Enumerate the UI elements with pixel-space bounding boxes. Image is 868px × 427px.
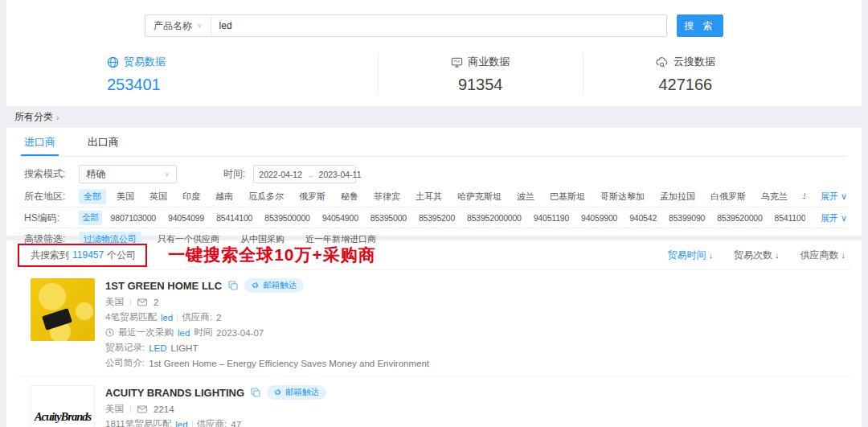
- tab-importers[interactable]: 进口商: [24, 128, 55, 156]
- region-chip[interactable]: 乌兹别克斯坦: [798, 189, 805, 204]
- region-chip[interactable]: 白俄罗斯: [706, 189, 751, 204]
- search-input[interactable]: [211, 15, 666, 36]
- stat-value: 253401: [107, 76, 378, 94]
- trade-match-count: 4笔贸易匹配: [105, 311, 157, 323]
- hs-code-chip[interactable]: 94059900: [578, 211, 620, 224]
- copy-icon[interactable]: [228, 281, 238, 290]
- search-panel: 产品名称 ∨ 搜 索 贸易数据 253401 商业数据 91354: [6, 0, 862, 106]
- hs-code-chip[interactable]: 85399090: [665, 211, 708, 224]
- sort-option[interactable]: 贸易次数↓: [734, 248, 780, 262]
- region-chip[interactable]: 土耳其: [411, 189, 447, 204]
- last-purchase-label: 最近一次采购: [118, 326, 174, 339]
- region-chip[interactable]: 乌克兰: [756, 189, 792, 204]
- region-chip[interactable]: 越南: [211, 189, 238, 204]
- supplier-label: 供应商:: [197, 418, 227, 427]
- hs-code-chip[interactable]: 85411000: [772, 211, 805, 224]
- hs-code-chip[interactable]: 94054099: [165, 211, 207, 224]
- hs-code-label: HS编码:: [24, 211, 79, 225]
- email-count: 2214: [154, 404, 174, 414]
- date-to: 2023-04-11: [319, 170, 362, 179]
- search-mode-label: 搜索模式:: [24, 167, 79, 181]
- company-name-link[interactable]: ACUITY BRANDS LIGHTING: [105, 387, 244, 399]
- region-chip[interactable]: 俄罗斯: [294, 189, 330, 204]
- hs-code-chip-list: 全部98071030009405409985414100853950000094…: [79, 211, 805, 225]
- hs-code-chip[interactable]: 94051190: [530, 211, 572, 224]
- region-chip[interactable]: 英国: [145, 189, 172, 204]
- mail-icon: [137, 405, 147, 413]
- mail-icon: [137, 298, 147, 306]
- company-profile-text: 1st Green Home – Energy Efficiency Saves…: [149, 359, 429, 368]
- company-name-link[interactable]: 1ST GREEN HOME LLC: [105, 280, 222, 292]
- region-chip[interactable]: 全部: [79, 189, 106, 204]
- sort-active[interactable]: 贸易时间↓: [668, 248, 714, 262]
- stat-trade-data[interactable]: 贸易数据 253401: [80, 53, 378, 94]
- results-count: 119457: [72, 249, 104, 261]
- hs-code-chip[interactable]: 85395000: [367, 211, 410, 224]
- hs-code-chip[interactable]: 94054900: [319, 211, 362, 224]
- stat-cloud-search-data[interactable]: 云搜数据 427166: [583, 53, 788, 94]
- search-category-dropdown[interactable]: 产品名称 ∨: [145, 15, 211, 36]
- clock-icon: [105, 328, 114, 337]
- trade-match-keyword: led: [175, 420, 187, 427]
- hs-code-chip[interactable]: 85414100: [213, 211, 256, 224]
- search-button[interactable]: 搜 索: [677, 14, 723, 37]
- filter-panel: 进口商 出口商 搜索模式: 精确 ∨ 时间: 2022-04-12 → 2023…: [6, 128, 862, 236]
- breadcrumb[interactable]: 所有分类 ›: [0, 106, 868, 128]
- globe-icon: [107, 56, 119, 68]
- region-chip[interactable]: 菲律宾: [369, 189, 405, 204]
- company-thumbnail[interactable]: AcuityBrands: [31, 385, 95, 427]
- hs-code-chip[interactable]: 940542: [626, 211, 660, 224]
- breadcrumb-arrow-icon: ›: [56, 113, 59, 122]
- chevron-down-icon: ∨: [164, 171, 170, 178]
- divider: [192, 421, 193, 427]
- region-expand-link[interactable]: 展开 ∨: [821, 191, 847, 203]
- stat-business-data[interactable]: 商业数据 91354: [378, 53, 583, 94]
- search-mode-select[interactable]: 精确 ∨: [79, 165, 177, 183]
- megaphone-icon: [252, 281, 260, 289]
- date-arrow-icon: →: [306, 170, 315, 179]
- last-purchase-time-label: 时间: [194, 326, 212, 339]
- region-chip[interactable]: 印度: [178, 189, 205, 204]
- sort-option[interactable]: 供应商数↓: [800, 248, 846, 262]
- breadcrumb-label: 所有分类: [14, 110, 53, 124]
- hs-code-chip[interactable]: 9807103000: [108, 211, 159, 224]
- region-chip[interactable]: 美国: [112, 189, 139, 204]
- date-range-picker[interactable]: 2022-04-12 → 2023-04-11: [253, 165, 356, 183]
- company-thumbnail[interactable]: [31, 278, 95, 341]
- tab-exporters[interactable]: 出口商: [88, 128, 119, 156]
- hs-code-chip[interactable]: 8539520000: [714, 211, 765, 224]
- hs-code-chip[interactable]: 85395200: [416, 211, 458, 224]
- divider: [130, 405, 131, 413]
- copy-icon[interactable]: [251, 388, 260, 397]
- hs-code-chip[interactable]: 全部: [79, 211, 102, 225]
- region-chip[interactable]: 哥斯达黎加: [596, 189, 649, 204]
- divider: [130, 298, 131, 306]
- trade-record-keyword: LED: [149, 343, 166, 353]
- monitor-icon: [451, 56, 463, 68]
- sort-arrow-icon: ↓: [841, 250, 846, 260]
- region-chip-list: 全部美国英国印度越南厄瓜多尔俄罗斯秘鲁菲律宾土耳其哈萨克斯坦波兰巴基斯坦哥斯达黎…: [79, 189, 805, 204]
- count-suffix: 个公司: [107, 248, 136, 262]
- supplier-count: 47: [231, 420, 241, 427]
- last-purchase-date: 2023-04-07: [216, 328, 264, 338]
- region-chip[interactable]: 哈萨克斯坦: [452, 189, 506, 204]
- company-logo-text: AcuityBrands: [35, 410, 91, 424]
- region-chip[interactable]: 巴基斯坦: [545, 189, 590, 204]
- region-chip[interactable]: 秘鲁: [336, 189, 363, 204]
- region-chip[interactable]: 厄瓜多尔: [244, 189, 289, 204]
- results-count-highlight-box: 共搜索到 119457 个公司: [18, 244, 147, 267]
- region-chip[interactable]: 波兰: [512, 189, 539, 204]
- search-mode-row: 搜索模式: 精确 ∨ 时间: 2022-04-12 → 2023-04-11: [21, 162, 847, 186]
- stat-label: 云搜数据: [674, 55, 715, 69]
- trade-record-text: LIGHT: [171, 343, 199, 353]
- region-chip[interactable]: 孟加拉国: [655, 189, 700, 204]
- trade-record-label: 贸易记录:: [105, 342, 145, 354]
- supplier-count: 2: [216, 313, 221, 322]
- hs-code-chip[interactable]: 8539500000: [261, 211, 313, 224]
- hs-code-chip[interactable]: 853952000000: [464, 211, 525, 224]
- company-list-item: AcuityBrands ACUITY BRANDS LIGHTING 邮箱触达…: [18, 376, 850, 427]
- email-count: 2: [154, 298, 158, 307]
- hs-expand-link[interactable]: 展开 ∨: [821, 212, 847, 224]
- date-from: 2022-04-12: [259, 170, 302, 179]
- stat-value: 91354: [379, 76, 583, 94]
